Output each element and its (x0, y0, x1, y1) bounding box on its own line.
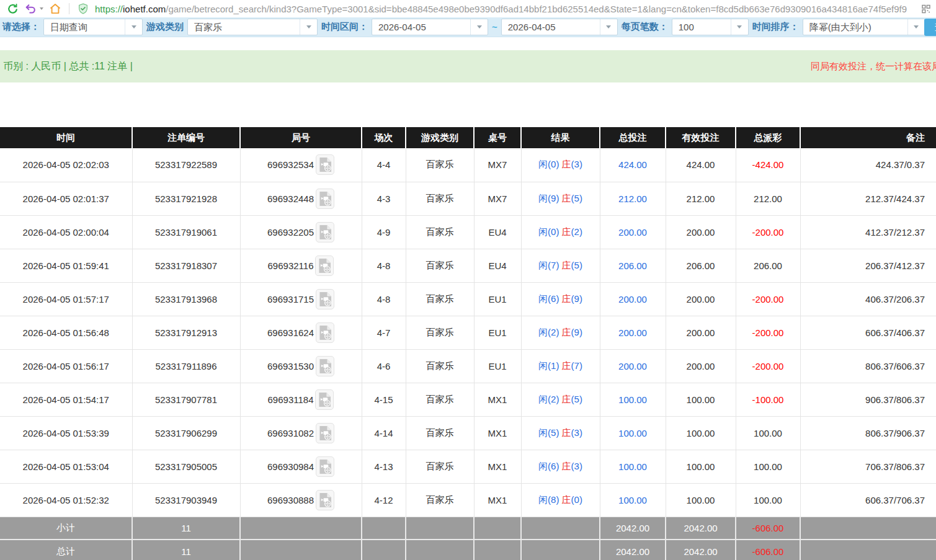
cell-bet-id: 523317919061 (132, 215, 240, 249)
time-sort-value: 降幂(由大到小) (803, 19, 907, 35)
cell-round-id: 696932448 (240, 182, 362, 215)
cell-round-id: 696931715 (240, 282, 362, 316)
cell-session: 4-7 (362, 316, 406, 349)
round-number: 696931082 (267, 428, 314, 438)
cell-game-type: 百家乐 (406, 148, 474, 182)
cell-table-code: EU4 (474, 215, 521, 249)
video-replay-button[interactable] (316, 322, 334, 343)
cell-total-bet[interactable]: 100.00 (600, 483, 666, 517)
cell-total-bet[interactable]: 200.00 (600, 349, 666, 383)
cell-total-bet[interactable]: 424.00 (600, 148, 666, 182)
video-replay-button[interactable] (316, 456, 334, 477)
cell-table-code: EU1 (474, 282, 521, 316)
video-replay-button[interactable] (316, 356, 334, 376)
result-text: 闲(2) (538, 394, 562, 404)
result-text: 庄 (562, 226, 571, 237)
cell-total-bet[interactable]: 212.00 (600, 182, 666, 215)
cell-bet-id: 523317913968 (132, 282, 240, 316)
chevron-down-icon (914, 25, 919, 29)
cell-valid-bet: 212.00 (666, 182, 736, 215)
video-replay-button[interactable] (316, 222, 334, 242)
video-replay-button[interactable] (316, 289, 334, 309)
cell-footer-payout: -606.00 (736, 517, 800, 540)
date-to-select[interactable]: 2026-04-05 (501, 19, 618, 35)
cell-total-bet[interactable]: 200.00 (600, 282, 666, 316)
dropdown-button[interactable] (600, 19, 617, 35)
undo-dropdown-caret[interactable] (40, 7, 43, 10)
cell-result: 闲(8) 庄(0) (521, 483, 600, 517)
url-domain: iohetf.com (123, 4, 166, 14)
video-replay-button[interactable] (316, 189, 334, 209)
cell-payout: -200.00 (736, 316, 800, 349)
cell-total-bet[interactable]: 100.00 (600, 450, 666, 483)
result-text: 庄 (562, 494, 571, 505)
result-text: (9) (571, 327, 582, 337)
undo-icon[interactable] (24, 2, 37, 15)
round-number: 696932116 (268, 260, 314, 271)
video-replay-button[interactable] (315, 389, 334, 410)
cell-result: 闲(7) 庄(5) (521, 249, 600, 282)
chevron-down-icon (606, 25, 611, 29)
cell-time: 2026-04-05 01:56:17 (0, 349, 132, 383)
cell-bet-id: 523317921928 (132, 182, 240, 215)
qr-code-icon[interactable] (919, 2, 931, 15)
round-number: 696931715 (267, 294, 314, 304)
cell-remark: 806.37/906.37 (800, 416, 936, 450)
cell-footer-count: 11 (132, 517, 240, 540)
cell-result: 闲(6) 庄(3) (521, 450, 600, 483)
cell-remark: 412.37/212.37 (800, 215, 936, 249)
dropdown-button[interactable] (731, 19, 748, 35)
result-text: (5) (571, 193, 582, 203)
dropdown-button[interactable] (125, 19, 142, 35)
filter-bar: 请选择： 日期查询 游戏类别 百家乐 时间区间： 2026-04-05 ~ 20… (0, 17, 936, 37)
cell-valid-bet: 200.00 (666, 349, 736, 383)
currency-total-text: 币别 : 人民币 | 总共 :11 注单 | (3, 60, 133, 73)
cell-total-bet[interactable]: 206.00 (600, 249, 666, 282)
search-button[interactable]: 查询 (924, 19, 936, 36)
dropdown-button[interactable] (470, 19, 488, 35)
cell-session: 4-12 (362, 483, 406, 517)
cell-total-bet[interactable]: 100.00 (600, 383, 666, 416)
date-from-select[interactable]: 2026-04-05 (372, 19, 488, 35)
video-replay-button[interactable] (315, 256, 334, 276)
game-type-select[interactable]: 百家乐 (187, 19, 318, 35)
result-text: (3) (571, 159, 582, 169)
cell-footer-round (240, 517, 362, 540)
page-size-select[interactable]: 100 (672, 19, 749, 35)
result-text: 闲(5) (538, 427, 562, 438)
query-type-select[interactable]: 日期查询 (43, 19, 143, 35)
column-header: 有效投注 (666, 127, 736, 148)
home-icon[interactable] (49, 2, 61, 15)
video-replay-button[interactable] (316, 423, 334, 443)
cell-payout: 100.00 (736, 450, 800, 483)
address-bar[interactable]: https://iohetf.com/game/betrecord_search… (95, 4, 930, 14)
time-sort-select[interactable]: 降幂(由大到小) (803, 19, 925, 35)
grand-total-row: 总计112042.002042.00-606.00 (0, 540, 936, 560)
security-shield-icon[interactable] (77, 2, 89, 15)
table-row: 2026-04-05 02:01:37523317921928696932448… (0, 182, 936, 215)
cell-game-type: 百家乐 (406, 249, 474, 282)
cell-total-bet[interactable]: 200.00 (600, 316, 666, 349)
result-text: 庄 (562, 193, 571, 203)
dropdown-button[interactable] (907, 19, 925, 35)
video-replay-icon (319, 459, 332, 474)
table-row: 2026-04-05 02:02:03523317922589696932534… (0, 148, 936, 182)
time-sort-label: 时间排序： (752, 21, 799, 33)
column-header: 总派彩 (736, 127, 800, 148)
dropdown-button[interactable] (300, 19, 317, 35)
video-replay-icon (319, 358, 332, 374)
cell-payout: -200.00 (736, 215, 800, 249)
cell-session: 4-14 (362, 416, 406, 450)
cell-time: 2026-04-05 01:54:17 (0, 383, 132, 416)
query-type-value: 日期查询 (44, 19, 125, 35)
result-text: 闲(2) (538, 327, 562, 337)
cell-total-bet[interactable]: 100.00 (600, 416, 666, 450)
date-to-value: 2026-04-05 (502, 19, 600, 35)
cell-total-bet[interactable]: 200.00 (600, 215, 666, 249)
video-replay-button[interactable] (316, 490, 334, 510)
video-replay-button[interactable] (316, 154, 334, 175)
cell-remark: 406.37/206.37 (800, 282, 936, 316)
cell-table-code: EU1 (474, 349, 521, 383)
reload-icon[interactable] (6, 2, 19, 15)
result-text: (2) (571, 226, 582, 237)
